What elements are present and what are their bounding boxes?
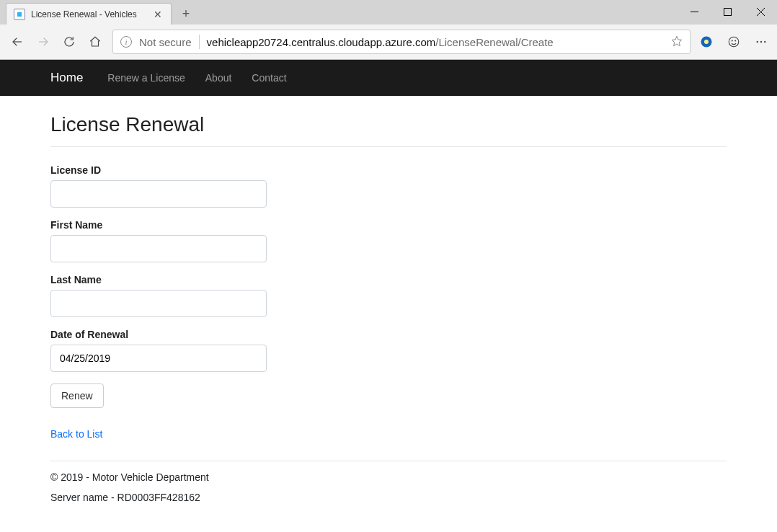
url-text: vehicleapp20724.centralus.cloudapp.azure… [207,36,664,48]
feedback-icon[interactable] [727,35,741,49]
license-id-label: License ID [50,164,267,176]
refresh-button[interactable] [61,33,78,50]
last-name-label: Last Name [50,274,267,285]
back-button[interactable] [9,33,26,50]
extension-icon[interactable] [699,35,714,49]
svg-point-10 [732,40,732,41]
maximize-button[interactable] [711,0,744,23]
nav-about[interactable]: About [195,72,242,84]
renew-button[interactable]: Renew [50,384,104,408]
page-favicon-icon [14,9,25,20]
nav-renew-license[interactable]: Renew a License [97,72,195,84]
footer-copyright: © 2019 - Motor Vehicle Department [50,471,727,483]
svg-point-8 [704,40,709,44]
nav-contact[interactable]: Contact [241,72,296,84]
forward-button[interactable] [35,33,52,50]
date-of-renewal-label: Date of Renewal [50,329,267,340]
svg-point-12 [757,41,758,43]
favorite-button[interactable] [671,35,683,49]
page-title: License Renewal [50,113,727,136]
browser-tab[interactable]: License Renewal - Vehicles ✕ [6,3,172,25]
back-to-list-link[interactable]: Back to List [50,428,102,440]
svg-point-13 [760,41,762,43]
first-name-input[interactable] [50,235,267,262]
site-navbar: Home Renew a License About Contact [0,60,777,96]
license-id-input[interactable] [50,180,267,208]
nav-home[interactable]: Home [50,71,97,85]
svg-rect-1 [724,8,731,15]
last-name-input[interactable] [50,290,267,317]
svg-marker-6 [672,36,681,45]
divider [199,35,200,49]
divider [50,461,727,461]
svg-point-14 [764,41,765,43]
first-name-label: First Name [50,219,267,231]
info-icon: i [120,36,132,48]
svg-point-11 [735,40,736,41]
footer-server-name: Server name - RD0003FF428162 [50,492,727,503]
tab-title: License Renewal - Vehicles [31,9,146,19]
minimize-button[interactable] [678,0,711,23]
security-status: Not secure [139,36,192,48]
address-bar[interactable]: i Not secure vehicleapp20724.centralus.c… [112,30,691,54]
menu-button[interactable] [754,35,768,49]
close-window-button[interactable] [744,0,777,23]
date-of-renewal-input[interactable] [50,345,267,372]
svg-point-9 [729,37,739,47]
home-button[interactable] [86,33,104,50]
new-tab-button[interactable]: + [174,3,197,25]
close-tab-button[interactable]: ✕ [152,9,164,20]
divider [50,146,727,147]
